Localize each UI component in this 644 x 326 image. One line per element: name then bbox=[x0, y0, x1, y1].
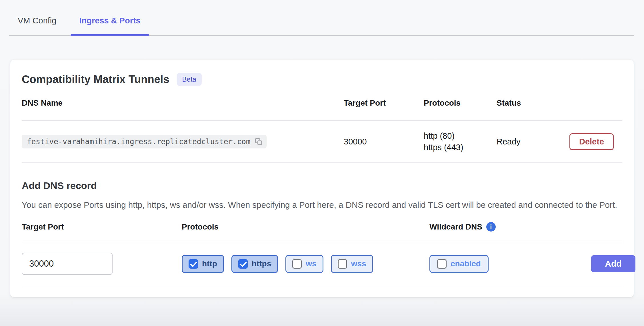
tab-bar: VM Config Ingress & Ports bbox=[9, 0, 634, 36]
http-checkbox-icon bbox=[189, 259, 198, 269]
tunnels-table: DNS Name Target Port Protocols Status fe… bbox=[22, 98, 622, 163]
http-label: http bbox=[202, 259, 217, 268]
page-title: Compatibility Matrix Tunnels bbox=[22, 73, 169, 86]
wss-label: wss bbox=[351, 259, 366, 268]
checkbox-http[interactable]: http bbox=[182, 255, 224, 273]
checkbox-ws[interactable]: ws bbox=[285, 255, 323, 273]
column-header-dns-name: DNS Name bbox=[22, 98, 344, 108]
tunnel-protocol-http: http (80) bbox=[424, 130, 497, 142]
tunnel-table-row: festive-varahamihira.ingress.replicatedc… bbox=[22, 121, 622, 163]
panel-header: Compatibility Matrix Tunnels Beta bbox=[22, 73, 622, 86]
tab-vm-config[interactable]: VM Config bbox=[9, 16, 65, 35]
dns-name-pill: festive-varahamihira.ingress.replicatedc… bbox=[22, 135, 267, 148]
tunnel-protocols: http (80) https (443) bbox=[424, 130, 497, 153]
target-port-input[interactable] bbox=[22, 253, 113, 275]
dns-name-value: festive-varahamihira.ingress.replicatedc… bbox=[27, 137, 251, 146]
wildcard-checkbox-icon bbox=[437, 259, 447, 269]
column-header-protocols: Protocols bbox=[424, 98, 497, 108]
checkbox-wss[interactable]: wss bbox=[331, 255, 373, 273]
ws-checkbox-icon bbox=[292, 259, 302, 269]
add-dns-form: Target Port Protocols Wildcard DNS i htt… bbox=[22, 222, 622, 286]
tunnel-status: Ready bbox=[497, 137, 565, 146]
tunnels-panel-card: Compatibility Matrix Tunnels Beta DNS Na… bbox=[10, 60, 634, 297]
add-dns-input-row: http https ws wss enabled bbox=[22, 242, 622, 286]
form-header-protocols: Protocols bbox=[182, 222, 429, 232]
column-header-target-port: Target Port bbox=[344, 98, 424, 108]
https-checkbox-icon bbox=[238, 259, 248, 269]
beta-badge: Beta bbox=[177, 73, 202, 86]
tab-ingress-ports[interactable]: Ingress & Ports bbox=[71, 16, 149, 35]
checkbox-wildcard-enabled[interactable]: enabled bbox=[429, 255, 489, 273]
protocol-chips: http https ws wss bbox=[182, 255, 429, 273]
column-header-status: Status bbox=[497, 98, 565, 108]
form-header-wildcard-dns: Wildcard DNS bbox=[429, 222, 482, 232]
add-dns-header-row: Target Port Protocols Wildcard DNS i bbox=[22, 222, 622, 242]
https-label: https bbox=[252, 259, 271, 268]
copy-icon[interactable] bbox=[255, 138, 263, 146]
wildcard-label: enabled bbox=[451, 259, 481, 268]
add-dns-description: You can expose Ports using http, https, … bbox=[22, 199, 622, 211]
checkbox-https[interactable]: https bbox=[231, 255, 278, 273]
ws-label: ws bbox=[306, 259, 316, 268]
delete-button[interactable]: Delete bbox=[569, 133, 614, 150]
info-icon[interactable]: i bbox=[486, 222, 496, 232]
form-header-target-port: Target Port bbox=[22, 222, 182, 232]
tunnels-table-header-row: DNS Name Target Port Protocols Status bbox=[22, 98, 622, 121]
add-dns-title: Add DNS record bbox=[22, 180, 622, 192]
tunnel-protocol-https: https (443) bbox=[424, 142, 497, 153]
add-button[interactable]: Add bbox=[591, 255, 635, 272]
tunnel-target-port: 30000 bbox=[344, 137, 424, 146]
wss-checkbox-icon bbox=[338, 259, 347, 269]
